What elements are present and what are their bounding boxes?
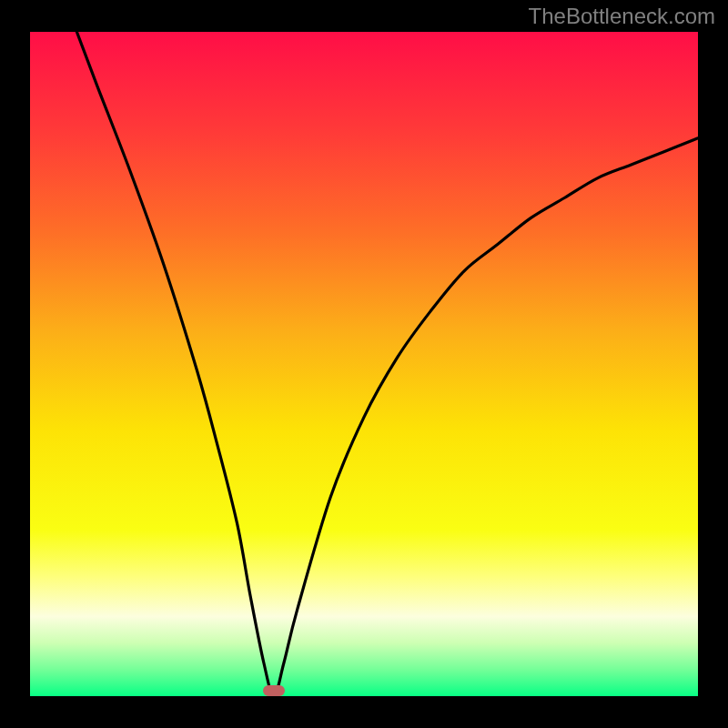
chart-container: TheBottleneck.com [0, 0, 728, 728]
bottleneck-curve [30, 32, 698, 696]
attribution-text: TheBottleneck.com [529, 4, 715, 29]
plot-area [30, 32, 698, 696]
optimal-marker [263, 685, 284, 696]
